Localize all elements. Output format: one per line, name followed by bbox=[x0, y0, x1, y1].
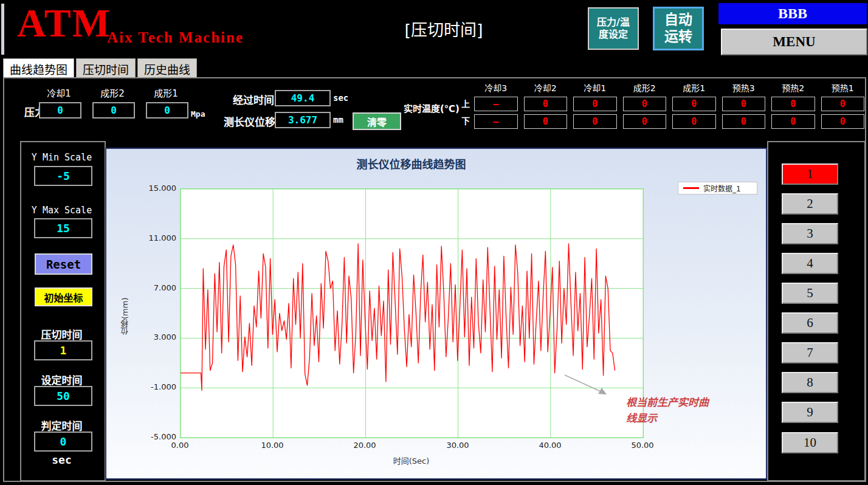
clear-zero-button[interactable]: 清零 bbox=[353, 112, 401, 130]
set-time-label: 设定时间 bbox=[20, 372, 103, 387]
selector-button-6[interactable]: 6 bbox=[782, 312, 838, 334]
plot-area bbox=[180, 188, 644, 438]
x-tick-label: 20.00 bbox=[343, 441, 386, 450]
temp-upper-cell: 0 bbox=[623, 97, 667, 111]
pressure-col-header: 成形1 bbox=[146, 86, 186, 99]
y-tick-label: -5.000 bbox=[131, 432, 176, 441]
temp-upper-cell: — bbox=[474, 97, 518, 111]
trend-line-svg bbox=[181, 189, 643, 438]
temp-upper-cell: 0 bbox=[722, 97, 766, 111]
pressure-value-forming2: 0 bbox=[92, 102, 135, 119]
window-edge-stripe bbox=[1, 4, 4, 55]
y-tick-label: 11.000 bbox=[131, 233, 176, 243]
menu-button[interactable]: MENU bbox=[721, 29, 867, 55]
auto-run-label-line1: 自动 bbox=[664, 12, 692, 29]
selector-button-10[interactable]: 10 bbox=[782, 432, 838, 453]
app-logo-subtitle: Aix Tech Machine bbox=[107, 29, 244, 46]
selector-button-3[interactable]: 3 bbox=[782, 223, 838, 244]
displacement-value: 3.677 bbox=[275, 112, 331, 128]
chart-annotation-line1: 根当前生产实时曲 bbox=[626, 395, 729, 411]
elapsed-time-unit: sec bbox=[333, 93, 348, 103]
displacement-label: 测长仪位移 bbox=[224, 114, 275, 129]
sec-unit-label: sec bbox=[20, 453, 103, 466]
temp-row-upper-label: 上 bbox=[461, 97, 470, 109]
pressure-unit: Mpa bbox=[191, 109, 205, 119]
temp-lower-cell: 0 bbox=[672, 114, 716, 129]
bbb-indicator: BBB bbox=[718, 3, 867, 24]
cut-time-value[interactable]: 1 bbox=[34, 340, 92, 360]
page-title: [压切时间] bbox=[377, 17, 511, 41]
x-axis-title: 时间(Sec) bbox=[180, 455, 642, 466]
temp-upper-cell: 0 bbox=[524, 97, 568, 111]
cut-time-label: 压切时间 bbox=[20, 326, 103, 342]
selector-button-9[interactable]: 9 bbox=[782, 402, 838, 423]
temp-lower-cell: 0 bbox=[623, 114, 667, 129]
judge-time-label: 判定时间 bbox=[20, 418, 103, 433]
displacement-unit: mm bbox=[333, 115, 343, 125]
pressure-value-cooling1: 0 bbox=[39, 102, 81, 119]
set-time-value[interactable]: 50 bbox=[34, 386, 92, 406]
y-tick-label: 3.000 bbox=[131, 332, 176, 342]
chart-annotation: 根当前生产实时曲 线显示 bbox=[626, 395, 729, 426]
y-axis-title: 位移(mm) bbox=[119, 277, 131, 356]
tab-trend-chart[interactable]: 曲线趋势图 bbox=[3, 58, 74, 77]
y-tick-label: 15.000 bbox=[131, 184, 176, 193]
temp-col-header: 成形1 bbox=[672, 81, 716, 94]
selector-button-8[interactable]: 8 bbox=[782, 372, 838, 393]
y-max-scale-input[interactable]: 15 bbox=[34, 218, 92, 238]
x-tick-label: 40.00 bbox=[529, 441, 571, 450]
pressure-col-header: 冷却1 bbox=[39, 86, 79, 99]
pressure-temp-settings-button[interactable]: 压力/温 度设定 bbox=[588, 7, 639, 50]
tab-cut-time[interactable]: 压切时间 bbox=[76, 58, 136, 77]
temp-col-header: 预热2 bbox=[771, 81, 815, 94]
x-tick-label: 0.00 bbox=[159, 441, 201, 450]
pressure-temp-settings-label-line1: 压力/温 bbox=[597, 16, 630, 29]
y-min-scale-input[interactable]: -5 bbox=[34, 166, 92, 186]
initial-coordinates-button[interactable]: 初始坐标 bbox=[35, 287, 92, 306]
selector-button-5[interactable]: 5 bbox=[782, 283, 838, 304]
realtime-temp-label: 实时温度(℃) bbox=[404, 101, 460, 114]
temp-upper-cell: 0 bbox=[573, 97, 617, 111]
temp-col-header: 预热1 bbox=[821, 81, 865, 94]
pressure-col-header: 成形2 bbox=[92, 86, 133, 99]
elapsed-time-value: 49.4 bbox=[275, 90, 331, 106]
temp-upper-cell: 0 bbox=[821, 97, 865, 111]
judge-time-value[interactable]: 0 bbox=[34, 432, 92, 452]
auto-run-button[interactable]: 自动 运转 bbox=[653, 7, 704, 50]
temp-lower-cell: 0 bbox=[722, 114, 766, 129]
y-tick-label: -1.000 bbox=[131, 382, 176, 391]
chart-annotation-line2: 线显示 bbox=[626, 411, 729, 427]
x-tick-label: 50.00 bbox=[621, 441, 664, 450]
pressure-value-forming1: 0 bbox=[146, 102, 188, 119]
temp-upper-cell: 0 bbox=[771, 97, 815, 111]
y-min-scale-label: Y Min Scale bbox=[20, 152, 103, 163]
x-tick-label: 30.00 bbox=[436, 441, 479, 450]
auto-run-label-line2: 运转 bbox=[664, 29, 692, 46]
selector-button-7[interactable]: 7 bbox=[782, 342, 838, 363]
elapsed-time-label: 经过时间 bbox=[233, 92, 274, 107]
chart-title: 测长仪位移曲线趋势图 bbox=[180, 156, 642, 171]
x-tick-label: 10.00 bbox=[251, 441, 294, 450]
right-selector-panel bbox=[767, 141, 866, 481]
selector-button-2[interactable]: 2 bbox=[782, 193, 838, 215]
temp-col-header: 冷却1 bbox=[573, 81, 617, 94]
y-max-scale-label: Y Max Scale bbox=[20, 205, 103, 216]
realtime-temp-table: 冷却3 冷却2 冷却1 成形2 成形1 预热3 预热2 预热1 — 0 0 0 … bbox=[474, 81, 864, 129]
tab-history-curve[interactable]: 历史曲线 bbox=[137, 58, 197, 77]
y-tick-label: 7.000 bbox=[131, 283, 176, 292]
temp-lower-cell: 0 bbox=[821, 114, 865, 129]
pressure-temp-settings-label-line2: 度设定 bbox=[599, 29, 628, 41]
selector-button-4[interactable]: 4 bbox=[782, 253, 838, 274]
temp-col-header: 预热3 bbox=[722, 81, 766, 94]
temp-lower-cell: 0 bbox=[771, 114, 815, 129]
temp-lower-cell: 0 bbox=[573, 114, 617, 129]
tab-bar: 曲线趋势图 压切时间 历史曲线 bbox=[3, 58, 197, 77]
legend-line-swatch bbox=[683, 187, 699, 189]
temp-col-header: 冷却3 bbox=[474, 81, 518, 94]
reset-button[interactable]: Reset bbox=[35, 253, 92, 275]
app-logo: ATM bbox=[17, 0, 111, 46]
temp-row-lower-label: 下 bbox=[461, 114, 470, 126]
temp-col-header: 冷却2 bbox=[524, 81, 568, 94]
temp-lower-cell: 0 bbox=[524, 114, 568, 129]
selector-button-1[interactable]: 1 bbox=[782, 163, 838, 185]
